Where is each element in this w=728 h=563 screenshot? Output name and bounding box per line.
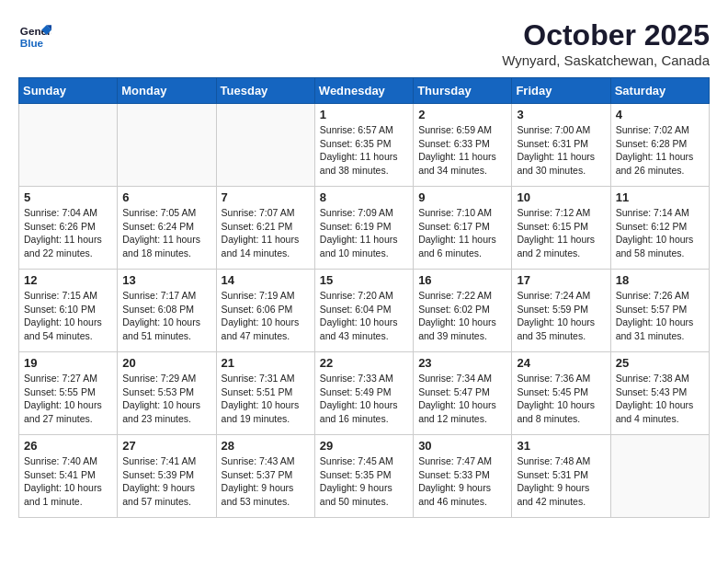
- day-info: Sunrise: 7:14 AMSunset: 6:12 PMDaylight:…: [616, 206, 704, 260]
- day-number: 14: [222, 273, 310, 287]
- calendar-day-cell: 8Sunrise: 7:09 AMSunset: 6:19 PMDaylight…: [314, 187, 413, 270]
- calendar-day-cell: 4Sunrise: 7:02 AMSunset: 6:28 PMDaylight…: [610, 104, 709, 187]
- calendar-day-cell: 17Sunrise: 7:24 AMSunset: 5:59 PMDayligh…: [512, 270, 610, 352]
- title-block: October 2025 Wynyard, Saskatchewan, Cana…: [502, 18, 710, 68]
- day-number: 20: [122, 356, 210, 370]
- day-info: Sunrise: 7:10 AMSunset: 6:17 PMDaylight:…: [418, 206, 506, 260]
- calendar-day-cell: 16Sunrise: 7:22 AMSunset: 6:02 PMDayligh…: [414, 270, 512, 352]
- day-info: Sunrise: 7:22 AMSunset: 6:02 PMDaylight:…: [418, 289, 506, 343]
- weekday-header-monday: Monday: [118, 78, 216, 104]
- day-number: 8: [320, 190, 408, 204]
- calendar-day-cell: 23Sunrise: 7:34 AMSunset: 5:47 PMDayligh…: [414, 352, 512, 435]
- weekday-header-sunday: Sunday: [19, 78, 118, 104]
- day-number: 15: [320, 273, 408, 287]
- weekday-header-tuesday: Tuesday: [216, 78, 314, 104]
- calendar-day-cell: 7Sunrise: 7:07 AMSunset: 6:21 PMDaylight…: [216, 187, 314, 270]
- weekday-header-saturday: Saturday: [610, 78, 709, 104]
- day-info: Sunrise: 7:09 AMSunset: 6:19 PMDaylight:…: [320, 206, 408, 260]
- calendar-day-cell: 9Sunrise: 7:10 AMSunset: 6:17 PMDaylight…: [414, 187, 512, 270]
- calendar-day-cell: 26Sunrise: 7:40 AMSunset: 5:41 PMDayligh…: [19, 435, 118, 518]
- svg-text:Blue: Blue: [20, 37, 44, 49]
- calendar-day-cell: 15Sunrise: 7:20 AMSunset: 6:04 PMDayligh…: [314, 270, 413, 352]
- day-number: 31: [517, 439, 605, 453]
- day-info: Sunrise: 7:47 AMSunset: 5:33 PMDaylight:…: [418, 454, 506, 509]
- day-number: 11: [616, 190, 704, 204]
- day-number: 25: [616, 356, 704, 370]
- day-number: 22: [320, 356, 408, 370]
- day-info: Sunrise: 7:34 AMSunset: 5:47 PMDaylight:…: [418, 372, 506, 426]
- day-number: 5: [24, 190, 112, 204]
- day-info: Sunrise: 7:19 AMSunset: 6:06 PMDaylight:…: [222, 289, 310, 343]
- day-number: 26: [24, 439, 112, 453]
- calendar-day-cell: 10Sunrise: 7:12 AMSunset: 6:15 PMDayligh…: [512, 187, 610, 270]
- day-info: Sunrise: 7:04 AMSunset: 6:26 PMDaylight:…: [24, 206, 112, 260]
- calendar-day-cell: 12Sunrise: 7:15 AMSunset: 6:10 PMDayligh…: [19, 270, 118, 352]
- day-number: 21: [222, 356, 310, 370]
- day-info: Sunrise: 7:29 AMSunset: 5:53 PMDaylight:…: [122, 372, 210, 426]
- calendar-day-cell: 6Sunrise: 7:05 AMSunset: 6:24 PMDaylight…: [118, 187, 216, 270]
- calendar-day-cell: 19Sunrise: 7:27 AMSunset: 5:55 PMDayligh…: [19, 352, 118, 435]
- day-info: Sunrise: 7:12 AMSunset: 6:15 PMDaylight:…: [517, 206, 605, 260]
- day-info: Sunrise: 7:45 AMSunset: 5:35 PMDaylight:…: [320, 454, 408, 509]
- day-info: Sunrise: 7:38 AMSunset: 5:43 PMDaylight:…: [616, 372, 704, 426]
- day-info: Sunrise: 7:17 AMSunset: 6:08 PMDaylight:…: [122, 289, 210, 343]
- day-info: Sunrise: 7:27 AMSunset: 5:55 PMDaylight:…: [24, 372, 112, 426]
- calendar-day-cell: 11Sunrise: 7:14 AMSunset: 6:12 PMDayligh…: [610, 187, 709, 270]
- day-info: Sunrise: 7:41 AMSunset: 5:39 PMDaylight:…: [122, 454, 210, 509]
- day-number: 29: [320, 439, 408, 453]
- day-info: Sunrise: 7:48 AMSunset: 5:31 PMDaylight:…: [517, 454, 605, 509]
- day-number: 9: [418, 190, 506, 204]
- calendar-day-cell: 13Sunrise: 7:17 AMSunset: 6:08 PMDayligh…: [118, 270, 216, 352]
- day-info: Sunrise: 7:05 AMSunset: 6:24 PMDaylight:…: [122, 206, 210, 260]
- day-number: 7: [222, 190, 310, 204]
- day-number: 4: [616, 108, 704, 121]
- day-info: Sunrise: 7:26 AMSunset: 5:57 PMDaylight:…: [616, 289, 704, 343]
- calendar-day-cell: 28Sunrise: 7:43 AMSunset: 5:37 PMDayligh…: [216, 435, 314, 518]
- calendar-day-cell: 1Sunrise: 6:57 AMSunset: 6:35 PMDaylight…: [314, 104, 413, 187]
- calendar-day-cell: 24Sunrise: 7:36 AMSunset: 5:45 PMDayligh…: [512, 352, 610, 435]
- day-info: Sunrise: 7:33 AMSunset: 5:49 PMDaylight:…: [320, 372, 408, 426]
- calendar-day-cell: 30Sunrise: 7:47 AMSunset: 5:33 PMDayligh…: [414, 435, 512, 518]
- month-title: October 2025: [502, 18, 710, 52]
- day-number: 19: [24, 356, 112, 370]
- day-number: 30: [418, 439, 506, 453]
- day-number: 28: [222, 439, 310, 453]
- calendar-week-row: 12Sunrise: 7:15 AMSunset: 6:10 PMDayligh…: [19, 270, 710, 352]
- calendar-day-cell: [216, 104, 314, 187]
- calendar-day-cell: 31Sunrise: 7:48 AMSunset: 5:31 PMDayligh…: [512, 435, 610, 518]
- calendar-week-row: 5Sunrise: 7:04 AMSunset: 6:26 PMDaylight…: [19, 187, 710, 270]
- day-info: Sunrise: 7:02 AMSunset: 6:28 PMDaylight:…: [616, 123, 704, 178]
- day-number: 12: [24, 273, 112, 287]
- day-info: Sunrise: 7:00 AMSunset: 6:31 PMDaylight:…: [517, 123, 605, 178]
- calendar-day-cell: [118, 104, 216, 187]
- day-number: 2: [418, 108, 506, 121]
- day-number: 10: [517, 190, 605, 204]
- day-info: Sunrise: 7:31 AMSunset: 5:51 PMDaylight:…: [222, 372, 310, 426]
- day-info: Sunrise: 7:24 AMSunset: 5:59 PMDaylight:…: [517, 289, 605, 343]
- calendar-day-cell: 20Sunrise: 7:29 AMSunset: 5:53 PMDayligh…: [118, 352, 216, 435]
- calendar-day-cell: [610, 435, 709, 518]
- day-number: 3: [517, 108, 605, 121]
- calendar-day-cell: 18Sunrise: 7:26 AMSunset: 5:57 PMDayligh…: [610, 270, 709, 352]
- calendar-day-cell: 22Sunrise: 7:33 AMSunset: 5:49 PMDayligh…: [314, 352, 413, 435]
- calendar-day-cell: 2Sunrise: 6:59 AMSunset: 6:33 PMDaylight…: [414, 104, 512, 187]
- calendar-table: SundayMondayTuesdayWednesdayThursdayFrid…: [18, 77, 710, 518]
- calendar-week-row: 1Sunrise: 6:57 AMSunset: 6:35 PMDaylight…: [19, 104, 710, 187]
- logo-icon: General Blue: [18, 18, 51, 52]
- logo: General Blue: [18, 18, 51, 52]
- calendar-day-cell: 25Sunrise: 7:38 AMSunset: 5:43 PMDayligh…: [610, 352, 709, 435]
- calendar-week-row: 19Sunrise: 7:27 AMSunset: 5:55 PMDayligh…: [19, 352, 710, 435]
- calendar-day-cell: [19, 104, 118, 187]
- day-info: Sunrise: 6:59 AMSunset: 6:33 PMDaylight:…: [418, 123, 506, 178]
- day-info: Sunrise: 7:07 AMSunset: 6:21 PMDaylight:…: [222, 206, 310, 260]
- day-info: Sunrise: 7:15 AMSunset: 6:10 PMDaylight:…: [24, 289, 112, 343]
- calendar-day-cell: 29Sunrise: 7:45 AMSunset: 5:35 PMDayligh…: [314, 435, 413, 518]
- location-subtitle: Wynyard, Saskatchewan, Canada: [502, 52, 710, 68]
- page-header: General Blue October 2025 Wynyard, Saska…: [18, 18, 710, 68]
- calendar-day-cell: 14Sunrise: 7:19 AMSunset: 6:06 PMDayligh…: [216, 270, 314, 352]
- day-number: 23: [418, 356, 506, 370]
- day-number: 18: [616, 273, 704, 287]
- day-info: Sunrise: 7:43 AMSunset: 5:37 PMDaylight:…: [222, 454, 310, 509]
- day-number: 1: [320, 108, 408, 121]
- weekday-header-row: SundayMondayTuesdayWednesdayThursdayFrid…: [19, 78, 710, 104]
